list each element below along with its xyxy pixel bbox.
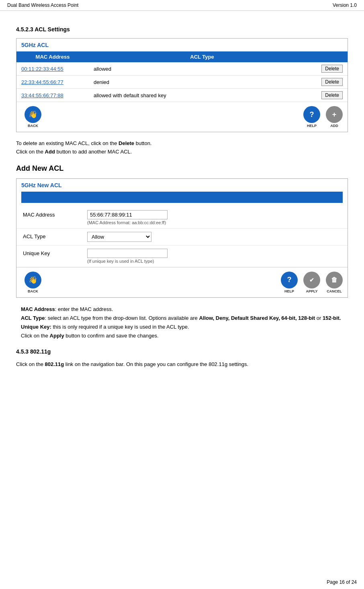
unique-key-label: Unique Key (23, 249, 87, 256)
unique-key-field: (If unique key is used in ACL type) (87, 249, 341, 264)
apply-button[interactable]: ✔ APPLY (303, 272, 320, 293)
add-icon: + (326, 106, 343, 123)
acl-type-field: Allow Deny Default Shared Key 64-bit 128… (87, 232, 341, 242)
acl-type-row: ACL Type Allow Deny Default Shared Key 6… (16, 229, 348, 245)
acl-desc-line1: To delete an existing MAC ACL, click on … (16, 139, 348, 148)
mac-link[interactable]: 22:33:44:55:66:77 (21, 79, 63, 85)
mac-address-row: MAC Address (MAC Address format: aa:bb:c… (16, 207, 348, 229)
type-cell: denied (89, 76, 315, 89)
type-cell: allowed with default shared key (89, 89, 315, 102)
page-footer: Page 16 of 24 (327, 579, 357, 585)
table-row: 22:33:44:55:66:77 denied Delete (16, 76, 348, 89)
cancel-icon: 🗑 (326, 272, 343, 288)
unique-key-hint: (If unique key is used in ACL type) (87, 259, 341, 264)
section2-desc-text: Click on the 802.11g link on the navigat… (16, 361, 248, 367)
section2-title: 4.5.3 802.11g (16, 348, 348, 355)
new-acl-description: MAC Address: enter the MAC address. ACL … (21, 305, 348, 340)
table-row: 00:11:22:33:44:55 allowed Delete (16, 62, 348, 76)
col-header-action (315, 51, 348, 62)
col-header-acl: ACL Type (89, 51, 315, 62)
new-acl-footer: 👋 BACK ? HELP ✔ APPLY (16, 267, 348, 297)
delete-button[interactable]: Delete (321, 65, 343, 73)
acl-table: MAC Address ACL Type 00:11:22:33:44:55 a… (16, 51, 348, 102)
new-acl-desc-key: Unique Key: this is only required if a u… (21, 323, 348, 331)
mac-address-hint: (MAC Address format: aa:bb:cc:dd:ee:ff) (87, 220, 341, 225)
col-header-mac: MAC Address (16, 51, 89, 62)
acl-panel-footer: 👋 BACK ? HELP + ADD (16, 102, 348, 132)
mac-address-label: MAC Address (23, 210, 87, 218)
new-acl-panel: 5GHz New ACL MAC Address (MAC Address fo… (16, 178, 348, 298)
acl-type-select[interactable]: Allow Deny Default Shared Key 64-bit 128… (87, 232, 151, 242)
unique-key-row: Unique Key (If unique key is used in ACL… (16, 245, 348, 267)
acl-panel-header: 5GHz ACL (16, 39, 348, 51)
new-acl-panel-header: 5GHz New ACL (16, 179, 348, 192)
page-content: 4.5.2.3 ACL Settings 5GHz ACL MAC Addres… (0, 11, 364, 392)
acl-desc-line2: Click on the Add button to add another M… (16, 148, 348, 156)
delete-button[interactable]: Delete (321, 78, 343, 86)
delete-cell: Delete (315, 76, 348, 89)
delete-cell: Delete (315, 89, 348, 102)
type-cell: allowed (89, 62, 315, 76)
new-acl-desc-mac: MAC Address: enter the MAC address. (21, 305, 348, 314)
delete-button[interactable]: Delete (321, 91, 343, 99)
mac-address-field: (MAC Address format: aa:bb:cc:dd:ee:ff) (87, 210, 341, 225)
new-acl-footer-right: ? HELP ✔ APPLY 🗑 CANCEL (278, 272, 343, 293)
new-acl-desc-type: ACL Type: select an ACL type from the dr… (21, 314, 348, 323)
new-acl-help-button[interactable]: ? HELP (281, 272, 298, 293)
acl-type-select-wrapper: Allow Deny Default Shared Key 64-bit 128… (87, 232, 341, 242)
unique-key-input[interactable] (87, 249, 168, 258)
mac-link[interactable]: 00:11:22:33:44:55 (21, 66, 63, 72)
back-icon: 👋 (25, 106, 41, 123)
mac-link[interactable]: 33:44:55:66:77:88 (21, 92, 63, 98)
new-acl-back-icon: 👋 (25, 272, 41, 288)
mac-cell: 22:33:44:55:66:77 (16, 76, 89, 89)
delete-cell: Delete (315, 62, 348, 76)
cancel-button[interactable]: 🗑 CANCEL (326, 272, 343, 293)
mac-cell: 33:44:55:66:77:88 (16, 89, 89, 102)
new-acl-back-button[interactable]: 👋 BACK (25, 272, 41, 293)
page-header: Dual Band Wireless Access Point Version … (0, 0, 364, 11)
add-button[interactable]: + ADD (326, 106, 343, 128)
new-acl-desc-apply: Click on the Apply button to confirm and… (21, 331, 348, 340)
acl-panel: 5GHz ACL MAC Address ACL Type 00:11:22:3… (16, 38, 348, 132)
section-title: 4.5.2.3 ACL Settings (16, 26, 348, 33)
mac-cell: 00:11:22:33:44:55 (16, 62, 89, 76)
mac-address-input[interactable] (87, 210, 168, 219)
acl-type-label: ACL Type (23, 232, 87, 239)
page-number: Page 16 of 24 (327, 579, 357, 585)
apply-icon: ✔ (303, 272, 320, 288)
footer-right-buttons: ? HELP + ADD (300, 106, 343, 128)
acl-description: To delete an existing MAC ACL, click on … (16, 139, 348, 156)
new-acl-help-icon: ? (281, 272, 298, 288)
help-icon: ? (303, 106, 320, 123)
header-right: Version 1.0 (333, 2, 357, 8)
section2-desc: Click on the 802.11g link on the navigat… (16, 360, 348, 369)
back-button[interactable]: 👋 BACK (25, 106, 41, 128)
help-button[interactable]: ? HELP (303, 106, 320, 128)
table-row: 33:44:55:66:77:88 allowed with default s… (16, 89, 348, 102)
header-left: Dual Band Wireless Access Point (7, 2, 78, 8)
new-acl-blue-bar (21, 192, 343, 203)
add-new-acl-title: Add New ACL (16, 164, 348, 173)
